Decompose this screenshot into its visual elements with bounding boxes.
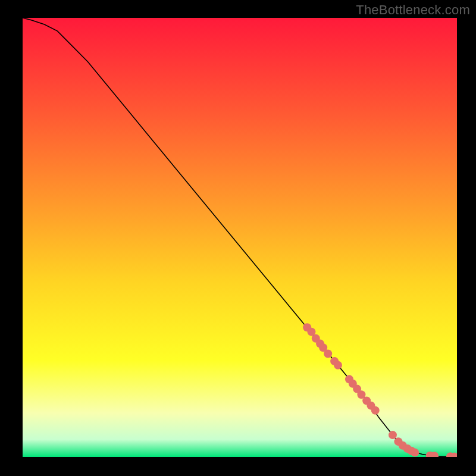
scatter-point [389,431,397,439]
gradient-background [23,18,457,457]
scatter-point [371,406,380,415]
plot-svg [23,18,457,457]
watermark-label: TheBottleneck.com [356,2,470,18]
scatter-point [334,361,342,369]
chart-container: TheBottleneck.com [0,0,476,476]
scatter-point [324,350,332,358]
plot-area [23,18,457,457]
scatter-point [411,449,419,457]
